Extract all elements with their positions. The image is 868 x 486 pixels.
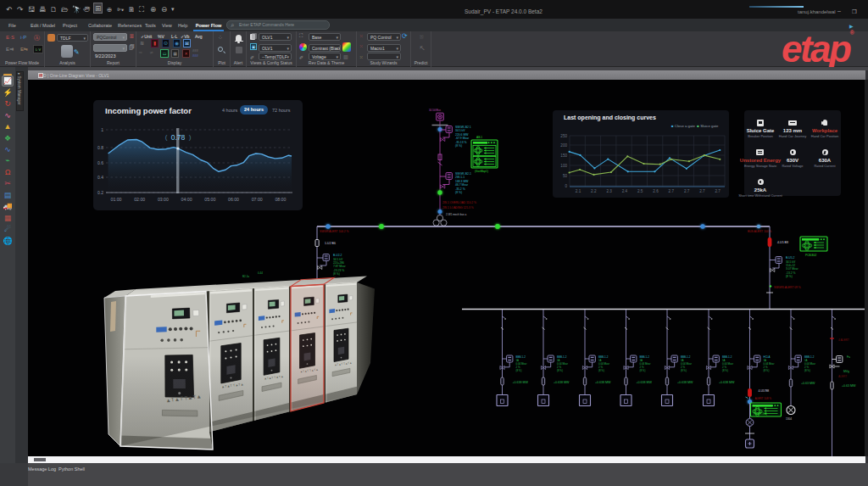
svg-text:1: 1	[101, 127, 103, 132]
svg-text:0: 0	[565, 184, 567, 188]
svg-text:05:00: 05:00	[204, 197, 215, 202]
svg-text:2.7: 2.7	[684, 189, 690, 193]
svg-text:07:00: 07:00	[252, 197, 263, 202]
svg-text:0.78: 0.78	[171, 133, 186, 142]
svg-text:100: 100	[560, 164, 567, 168]
svg-text:0.4: 0.4	[97, 175, 103, 180]
svg-text:2.7: 2.7	[715, 189, 721, 193]
svg-text:0.2: 0.2	[97, 190, 103, 195]
svg-text:150: 150	[560, 154, 567, 158]
svg-text:2.7: 2.7	[669, 189, 675, 193]
svg-text:200: 200	[560, 143, 567, 148]
svg-text:03:00: 03:00	[158, 197, 169, 202]
svg-text:0.6: 0.6	[97, 160, 103, 165]
svg-text:2.4: 2.4	[622, 189, 628, 193]
svg-text:01:00: 01:00	[111, 197, 122, 202]
svg-text:0.8: 0.8	[97, 145, 103, 150]
svg-text:04:00: 04:00	[181, 197, 192, 202]
svg-text:08:00: 08:00	[275, 197, 286, 202]
svg-text:2.1: 2.1	[576, 189, 581, 193]
svg-text:2.3: 2.3	[606, 189, 612, 193]
svg-text:2.6: 2.6	[653, 189, 659, 193]
svg-text:02:00: 02:00	[134, 197, 145, 202]
svg-text:250: 250	[560, 134, 567, 138]
svg-text:50: 50	[563, 174, 568, 178]
svg-text:06:00: 06:00	[228, 197, 239, 202]
svg-text:2.7: 2.7	[699, 189, 705, 193]
svg-text:2.5: 2.5	[637, 189, 643, 193]
svg-text:): )	[189, 133, 192, 141]
svg-text:2.2: 2.2	[591, 189, 597, 193]
svg-text:(: (	[165, 133, 168, 141]
